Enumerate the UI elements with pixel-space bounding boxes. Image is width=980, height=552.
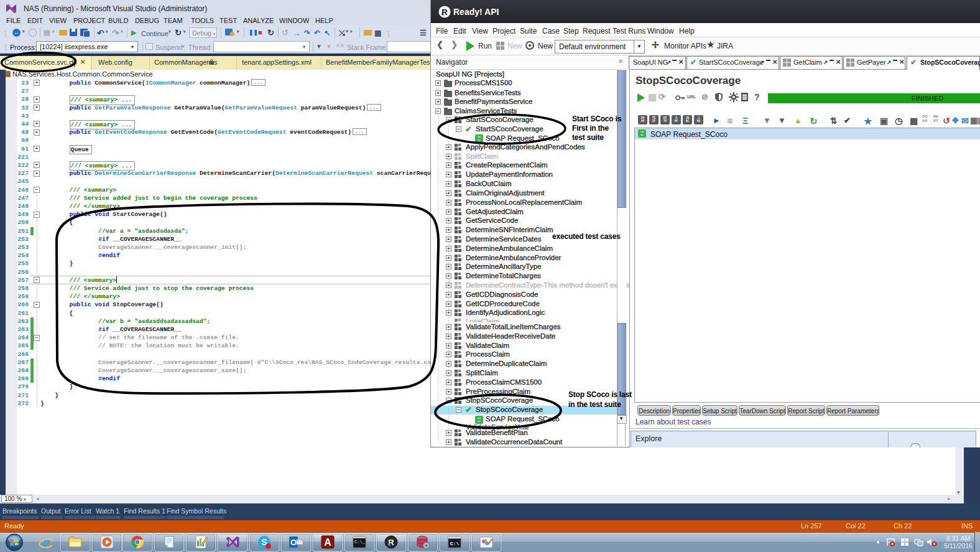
svg-text:R: R bbox=[441, 7, 448, 17]
svg-text:e: e bbox=[42, 535, 50, 551]
svg-text:O: O bbox=[290, 538, 297, 547]
svg-text:R: R bbox=[388, 538, 394, 547]
svg-text:C:\: C:\ bbox=[450, 541, 460, 546]
svg-text:A: A bbox=[324, 537, 331, 548]
svg-text:C:\_: C:\_ bbox=[354, 540, 366, 545]
